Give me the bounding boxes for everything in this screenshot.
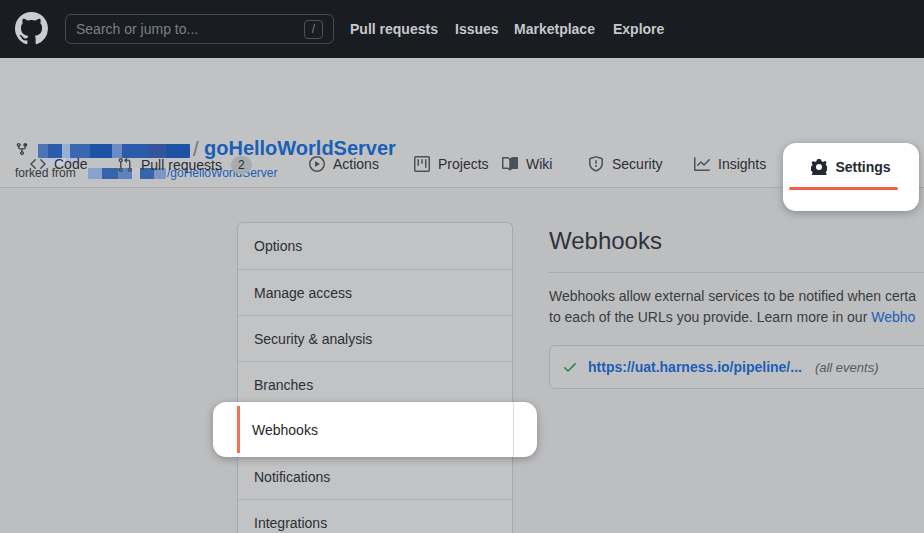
- nav-link-marketplace[interactable]: Marketplace: [514, 21, 595, 37]
- active-tab-underline: [789, 187, 898, 190]
- security-shield-icon: [588, 156, 604, 172]
- code-icon: [30, 156, 46, 172]
- slash-shortcut-hint: /: [304, 20, 323, 39]
- tab-projects-label: Projects: [438, 156, 489, 172]
- tab-code-label: Code: [54, 156, 87, 172]
- page-title: Webhooks: [549, 227, 924, 255]
- tab-wiki-label: Wiki: [526, 156, 552, 172]
- webhooks-guide-link[interactable]: Webho: [871, 309, 915, 325]
- webhook-url-link[interactable]: https://uat.harness.io/pipeline/...: [588, 359, 802, 375]
- webhooks-description: Webhooks allow external services to be n…: [549, 286, 924, 328]
- pull-requests-count-badge: 2: [231, 156, 252, 174]
- tab-actions-label: Actions: [333, 156, 379, 172]
- actions-icon: [309, 156, 325, 172]
- nav-link-issues[interactable]: Issues: [455, 21, 499, 37]
- webhook-events-scope: (all events): [815, 360, 879, 375]
- tab-settings[interactable]: Settings: [783, 159, 919, 175]
- global-search[interactable]: /: [65, 14, 334, 44]
- sidebar-right-border: [513, 402, 514, 457]
- title-divider: [549, 272, 924, 273]
- gear-icon: [811, 159, 827, 175]
- top-navbar: / Pull requests Issues Marketplace Explo…: [0, 0, 924, 58]
- pull-request-icon: [117, 157, 133, 173]
- tab-insights[interactable]: Insights: [694, 156, 766, 172]
- webhooks-item-spotlight[interactable]: Webhooks: [213, 402, 537, 457]
- tab-projects[interactable]: Projects: [414, 156, 489, 172]
- nav-link-pull-requests[interactable]: Pull requests: [350, 21, 438, 37]
- check-icon: [562, 359, 578, 375]
- github-logo-icon[interactable]: [15, 12, 48, 45]
- tab-pull-requests[interactable]: Pull requests 2: [117, 156, 252, 174]
- sidebar-item-webhooks-active[interactable]: Webhooks: [252, 402, 318, 457]
- active-item-accent-bar: [237, 406, 240, 453]
- tab-insights-label: Insights: [718, 156, 766, 172]
- sidebar-item-options[interactable]: Options: [238, 223, 512, 269]
- nav-link-explore[interactable]: Explore: [613, 21, 664, 37]
- sidebar-item-integrations[interactable]: Integrations: [238, 499, 512, 533]
- repo-forked-icon: [15, 142, 29, 156]
- sidebar-item-notifications[interactable]: Notifications: [238, 453, 512, 499]
- tab-actions[interactable]: Actions: [309, 156, 379, 172]
- search-input[interactable]: [76, 21, 304, 37]
- tab-code[interactable]: Code: [30, 156, 87, 172]
- sidebar-item-security-analysis[interactable]: Security & analysis: [238, 315, 512, 361]
- sidebar-item-manage-access[interactable]: Manage access: [238, 269, 512, 315]
- insights-graph-icon: [694, 156, 710, 172]
- tab-security-label: Security: [612, 156, 663, 172]
- sidebar-item-branches[interactable]: Branches: [238, 361, 512, 407]
- tab-pull-requests-label: Pull requests: [141, 157, 222, 173]
- tab-wiki[interactable]: Wiki: [502, 156, 552, 172]
- settings-tab-spotlight: Settings: [783, 143, 919, 211]
- projects-icon: [414, 156, 430, 172]
- webhook-list-item: https://uat.harness.io/pipeline/... (all…: [549, 345, 924, 389]
- webhooks-panel: Webhooks Webhooks allow external service…: [549, 222, 924, 389]
- wiki-icon: [502, 156, 518, 172]
- settings-sidebar: Options Manage access Security & analysi…: [237, 222, 513, 533]
- tab-security[interactable]: Security: [588, 156, 663, 172]
- description-line-2: to each of the URLs you provide. Learn m…: [549, 307, 924, 328]
- description-line-1: Webhooks allow external services to be n…: [549, 286, 924, 307]
- tab-settings-label: Settings: [835, 159, 890, 175]
